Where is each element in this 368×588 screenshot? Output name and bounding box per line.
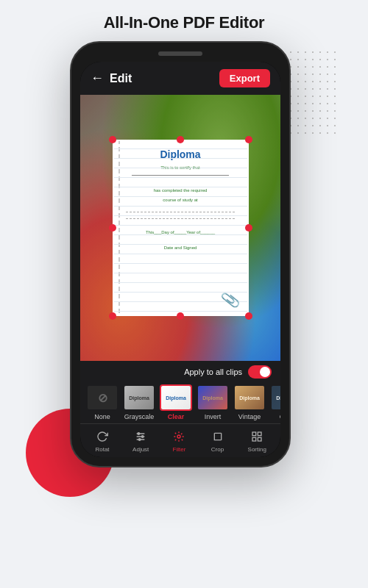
filter-grayscale-label: Grayscale: [124, 413, 155, 420]
edit-area: Diploma This is to certify that has comp…: [80, 95, 280, 361]
svg-rect-8: [258, 432, 262, 436]
filter-clear[interactable]: Diploma Clear: [160, 384, 192, 420]
filter-clear-thumb: Diploma: [160, 384, 192, 411]
phone-outer: ← Edit Export Diploma This is to certify…: [70, 41, 291, 467]
filter-invert-icon: Diploma: [198, 386, 227, 409]
phone-screen: ← Edit Export Diploma This is to certify…: [80, 62, 280, 457]
adjust-icon: [132, 429, 149, 445]
apply-row: Apply to all clips: [80, 361, 280, 381]
filter-none[interactable]: ⊘ None: [86, 384, 118, 420]
adjust-label: Adjust: [132, 446, 149, 453]
diploma-text-5: Date and Signed: [164, 245, 197, 251]
filter-none-label: None: [94, 413, 110, 420]
filter-strip[interactable]: ⊘ None Diploma Grayscale Diploma: [80, 381, 280, 423]
diploma-dash-1: [126, 212, 236, 212]
filter-grayscale-icon: Diploma: [124, 386, 154, 409]
filter-invert[interactable]: Diploma Invert: [197, 384, 229, 420]
diploma-text-3: course of study at: [163, 197, 197, 203]
filter-cine-thumb: Diploma: [270, 384, 280, 411]
handle-middle-left[interactable]: [109, 224, 116, 232]
filter-vintage-label: Vintage: [238, 413, 261, 420]
page-title: All-In-One PDF Editor: [104, 0, 265, 41]
filter-vintage-thumb: Diploma: [233, 384, 266, 411]
filter-invert-thumb: Diploma: [197, 384, 229, 411]
handle-bottom-right[interactable]: [245, 312, 252, 320]
apply-label: Apply to all clips: [184, 368, 242, 376]
diploma-separator-1: [132, 175, 229, 176]
svg-point-3: [138, 433, 140, 435]
filter-vintage-icon: Diploma: [235, 386, 264, 409]
crop-icon: [210, 429, 226, 445]
diploma-text-4: This___Day of_____Year of______: [146, 229, 215, 235]
svg-rect-10: [258, 437, 262, 441]
diploma-text-1: This is to certify that: [160, 165, 199, 171]
phone-notch: [158, 51, 202, 56]
tool-crop[interactable]: Crop: [210, 429, 226, 453]
filter-none-thumb: ⊘: [86, 384, 118, 411]
edit-title: Edit: [110, 72, 132, 85]
bottom-panel: Apply to all clips ⊘ None: [80, 361, 280, 457]
crop-container[interactable]: Diploma This is to certify that has comp…: [113, 140, 249, 316]
handle-top-right[interactable]: [245, 136, 252, 143]
filter-none-icon: ⊘: [88, 386, 117, 409]
bottom-toolbar: Rotat A: [80, 423, 280, 454]
filter-cine-icon: Diploma: [272, 386, 280, 409]
apply-toggle[interactable]: [248, 365, 272, 379]
svg-point-6: [177, 435, 180, 438]
filter-grayscale-thumb: Diploma: [123, 384, 155, 411]
top-bar: ← Edit Export: [80, 62, 280, 95]
filter-grayscale[interactable]: Diploma Grayscale: [123, 384, 155, 420]
phone-mockup: ← Edit Export Diploma This is to certify…: [70, 41, 298, 475]
filter-vintage[interactable]: Diploma Vintage: [233, 384, 266, 420]
filter-icon: [171, 429, 187, 445]
tool-rotate[interactable]: Rotat: [94, 429, 110, 453]
toggle-knob: [260, 367, 270, 377]
tool-filter[interactable]: Filter: [171, 429, 187, 453]
diploma-text-2: has completed the required: [154, 187, 208, 193]
crop-label: Crop: [211, 446, 224, 453]
binder-clip-icon: 📎: [220, 290, 241, 310]
tool-adjust[interactable]: Adjust: [132, 429, 149, 453]
filter-clear-label: Clear: [168, 413, 185, 420]
filter-invert-label: Invert: [205, 413, 222, 420]
svg-point-5: [139, 439, 141, 441]
filter-clear-icon: Diploma: [161, 386, 191, 409]
diploma-heading: Diploma: [160, 148, 200, 160]
filter-label: Filter: [173, 446, 186, 453]
top-bar-left: ← Edit: [91, 71, 132, 86]
sorting-label: Sorting: [248, 446, 266, 453]
back-button[interactable]: ←: [91, 71, 104, 86]
diploma-document: Diploma This is to certify that has comp…: [113, 140, 249, 316]
handle-middle-bottom[interactable]: [177, 312, 184, 320]
handle-top-left[interactable]: [109, 136, 116, 143]
sorting-icon: [249, 429, 265, 445]
svg-point-4: [142, 436, 144, 438]
filter-cine[interactable]: Diploma Cine: [270, 384, 280, 420]
export-button[interactable]: Export: [219, 69, 270, 87]
rotate-label: Rotat: [95, 446, 109, 453]
svg-rect-9: [252, 437, 256, 441]
handle-middle-right[interactable]: [245, 224, 252, 232]
filter-cine-label: Cine: [280, 413, 280, 420]
rotate-icon: [94, 429, 110, 445]
tool-sorting[interactable]: Sorting: [248, 429, 266, 453]
svg-rect-7: [252, 432, 256, 436]
diploma-dash-2: [126, 218, 236, 219]
handle-middle-top[interactable]: [177, 136, 184, 143]
handle-bottom-left[interactable]: [109, 312, 116, 320]
